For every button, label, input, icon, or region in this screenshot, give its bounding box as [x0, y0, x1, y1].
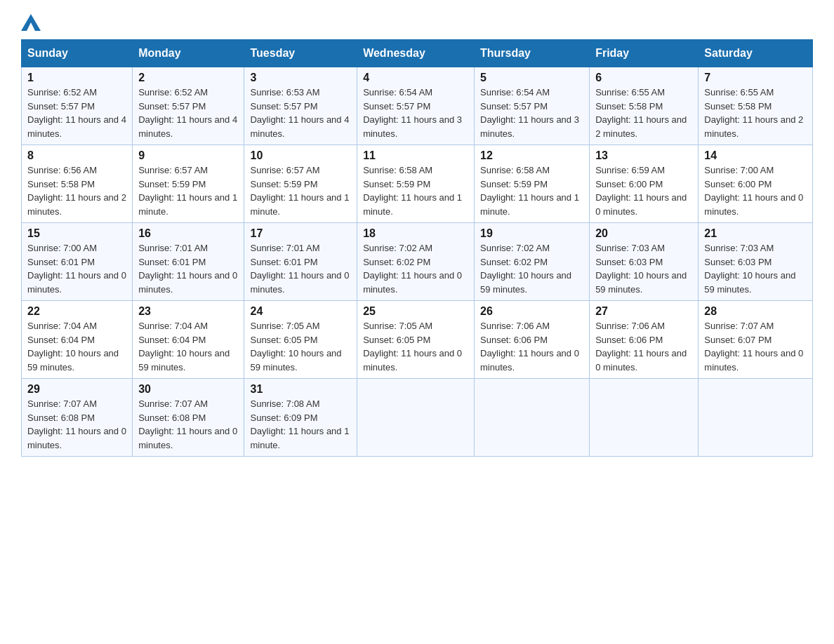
logo-triangle-icon: [21, 14, 41, 31]
day-number: 20: [595, 227, 692, 240]
day-number: 28: [704, 305, 807, 318]
logo: [21, 14, 41, 25]
day-number: 22: [27, 305, 126, 318]
day-number: 3: [250, 72, 351, 84]
day-info: Sunrise: 6:52 AM Sunset: 5:57 PM Dayligh…: [27, 86, 126, 140]
day-cell: 17 Sunrise: 7:01 AM Sunset: 6:01 PM Dayl…: [244, 223, 357, 301]
calendar-table: SundayMondayTuesdayWednesdayThursdayFrid…: [21, 39, 813, 457]
day-number: 25: [363, 305, 468, 318]
day-cell: 14 Sunrise: 7:00 AM Sunset: 6:00 PM Dayl…: [699, 145, 813, 223]
day-number: 30: [138, 383, 238, 396]
day-cell: 15 Sunrise: 7:00 AM Sunset: 6:01 PM Dayl…: [22, 223, 133, 301]
week-row-4: 22 Sunrise: 7:04 AM Sunset: 6:04 PM Dayl…: [22, 301, 813, 379]
day-cell: 20 Sunrise: 7:03 AM Sunset: 6:03 PM Dayl…: [590, 223, 699, 301]
day-info: Sunrise: 7:06 AM Sunset: 6:06 PM Dayligh…: [480, 319, 583, 374]
day-number: 1: [27, 72, 126, 84]
day-info: Sunrise: 7:00 AM Sunset: 6:00 PM Dayligh…: [704, 163, 807, 218]
day-number: 17: [250, 227, 351, 240]
header-wednesday: Wednesday: [357, 40, 475, 67]
day-cell: 4 Sunrise: 6:54 AM Sunset: 5:57 PM Dayli…: [357, 67, 475, 145]
day-number: 26: [480, 305, 583, 318]
day-number: 27: [595, 305, 692, 318]
day-cell: 31 Sunrise: 7:08 AM Sunset: 6:09 PM Dayl…: [244, 379, 357, 457]
day-info: Sunrise: 6:56 AM Sunset: 5:58 PM Dayligh…: [27, 163, 126, 218]
day-cell: 16 Sunrise: 7:01 AM Sunset: 6:01 PM Dayl…: [133, 223, 244, 301]
day-info: Sunrise: 6:54 AM Sunset: 5:57 PM Dayligh…: [363, 86, 468, 140]
day-info: Sunrise: 7:03 AM Sunset: 6:03 PM Dayligh…: [595, 241, 692, 296]
day-number: 23: [138, 305, 238, 318]
day-cell: 22 Sunrise: 7:04 AM Sunset: 6:04 PM Dayl…: [22, 301, 133, 379]
week-row-1: 1 Sunrise: 6:52 AM Sunset: 5:57 PM Dayli…: [22, 67, 813, 145]
day-number: 19: [480, 227, 583, 240]
day-cell: 18 Sunrise: 7:02 AM Sunset: 6:02 PM Dayl…: [357, 223, 475, 301]
day-cell: 23 Sunrise: 7:04 AM Sunset: 6:04 PM Dayl…: [133, 301, 244, 379]
day-cell: 29 Sunrise: 7:07 AM Sunset: 6:08 PM Dayl…: [22, 379, 133, 457]
day-info: Sunrise: 7:01 AM Sunset: 6:01 PM Dayligh…: [138, 241, 238, 296]
day-info: Sunrise: 7:04 AM Sunset: 6:04 PM Dayligh…: [138, 319, 238, 374]
day-number: 14: [704, 149, 807, 162]
day-number: 12: [480, 149, 583, 162]
day-info: Sunrise: 7:01 AM Sunset: 6:01 PM Dayligh…: [250, 241, 351, 296]
day-number: 10: [250, 149, 351, 162]
day-info: Sunrise: 6:57 AM Sunset: 5:59 PM Dayligh…: [138, 163, 238, 218]
day-number: 29: [27, 383, 126, 396]
day-number: 5: [480, 72, 583, 84]
header-row: SundayMondayTuesdayWednesdayThursdayFrid…: [22, 40, 813, 67]
day-cell: [357, 379, 475, 457]
day-cell: [699, 379, 813, 457]
day-cell: 21 Sunrise: 7:03 AM Sunset: 6:03 PM Dayl…: [699, 223, 813, 301]
day-number: 15: [27, 227, 126, 240]
day-cell: 13 Sunrise: 6:59 AM Sunset: 6:00 PM Dayl…: [590, 145, 699, 223]
day-cell: 24 Sunrise: 7:05 AM Sunset: 6:05 PM Dayl…: [244, 301, 357, 379]
day-cell: 11 Sunrise: 6:58 AM Sunset: 5:59 PM Dayl…: [357, 145, 475, 223]
day-cell: 7 Sunrise: 6:55 AM Sunset: 5:58 PM Dayli…: [699, 67, 813, 145]
day-number: 6: [595, 72, 692, 84]
day-number: 21: [704, 227, 807, 240]
day-cell: 9 Sunrise: 6:57 AM Sunset: 5:59 PM Dayli…: [133, 145, 244, 223]
day-info: Sunrise: 7:05 AM Sunset: 6:05 PM Dayligh…: [250, 319, 351, 374]
day-info: Sunrise: 7:07 AM Sunset: 6:08 PM Dayligh…: [138, 397, 238, 452]
day-cell: 1 Sunrise: 6:52 AM Sunset: 5:57 PM Dayli…: [22, 67, 133, 145]
day-info: Sunrise: 6:58 AM Sunset: 5:59 PM Dayligh…: [480, 163, 583, 218]
day-cell: 30 Sunrise: 7:07 AM Sunset: 6:08 PM Dayl…: [133, 379, 244, 457]
day-number: 9: [138, 149, 238, 162]
day-cell: 8 Sunrise: 6:56 AM Sunset: 5:58 PM Dayli…: [22, 145, 133, 223]
day-cell: 6 Sunrise: 6:55 AM Sunset: 5:58 PM Dayli…: [590, 67, 699, 145]
day-number: 4: [363, 72, 468, 84]
day-cell: 12 Sunrise: 6:58 AM Sunset: 5:59 PM Dayl…: [475, 145, 590, 223]
day-number: 7: [704, 72, 807, 84]
day-cell: 27 Sunrise: 7:06 AM Sunset: 6:06 PM Dayl…: [590, 301, 699, 379]
day-cell: [590, 379, 699, 457]
day-number: 18: [363, 227, 468, 240]
day-info: Sunrise: 7:04 AM Sunset: 6:04 PM Dayligh…: [27, 319, 126, 374]
day-cell: 2 Sunrise: 6:52 AM Sunset: 5:57 PM Dayli…: [133, 67, 244, 145]
day-info: Sunrise: 6:55 AM Sunset: 5:58 PM Dayligh…: [704, 86, 807, 140]
day-info: Sunrise: 6:54 AM Sunset: 5:57 PM Dayligh…: [480, 86, 583, 140]
day-number: 13: [595, 149, 692, 162]
day-info: Sunrise: 6:53 AM Sunset: 5:57 PM Dayligh…: [250, 86, 351, 140]
day-cell: 28 Sunrise: 7:07 AM Sunset: 6:07 PM Dayl…: [699, 301, 813, 379]
week-row-3: 15 Sunrise: 7:00 AM Sunset: 6:01 PM Dayl…: [22, 223, 813, 301]
day-info: Sunrise: 6:59 AM Sunset: 6:00 PM Dayligh…: [595, 163, 692, 218]
day-number: 24: [250, 305, 351, 318]
day-info: Sunrise: 7:05 AM Sunset: 6:05 PM Dayligh…: [363, 319, 468, 374]
day-cell: [475, 379, 590, 457]
day-number: 31: [250, 383, 351, 396]
day-number: 2: [138, 72, 238, 84]
day-info: Sunrise: 7:08 AM Sunset: 6:09 PM Dayligh…: [250, 397, 351, 452]
day-cell: 19 Sunrise: 7:02 AM Sunset: 6:02 PM Dayl…: [475, 223, 590, 301]
day-info: Sunrise: 6:57 AM Sunset: 5:59 PM Dayligh…: [250, 163, 351, 218]
day-cell: 3 Sunrise: 6:53 AM Sunset: 5:57 PM Dayli…: [244, 67, 357, 145]
day-number: 16: [138, 227, 238, 240]
header-sunday: Sunday: [22, 40, 133, 67]
day-info: Sunrise: 7:00 AM Sunset: 6:01 PM Dayligh…: [27, 241, 126, 296]
header-friday: Friday: [590, 40, 699, 67]
day-info: Sunrise: 7:02 AM Sunset: 6:02 PM Dayligh…: [480, 241, 583, 296]
day-number: 11: [363, 149, 468, 162]
header-saturday: Saturday: [699, 40, 813, 67]
day-info: Sunrise: 7:07 AM Sunset: 6:08 PM Dayligh…: [27, 397, 126, 452]
day-info: Sunrise: 7:03 AM Sunset: 6:03 PM Dayligh…: [704, 241, 807, 296]
day-info: Sunrise: 7:06 AM Sunset: 6:06 PM Dayligh…: [595, 319, 692, 374]
header-thursday: Thursday: [475, 40, 590, 67]
day-cell: 26 Sunrise: 7:06 AM Sunset: 6:06 PM Dayl…: [475, 301, 590, 379]
